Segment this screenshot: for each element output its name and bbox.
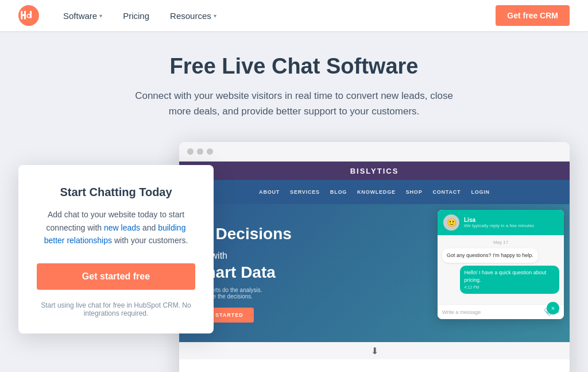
chat-footer[interactable]: Write a message 📎 ➤ [438,304,564,319]
nav-resources[interactable]: Resources ▾ [160,0,227,31]
site-hero: art Decisions start with Smart Data Our … [179,204,570,342]
chat-agent-status: We typically reply in a few minutes [464,223,558,228]
site-brand-bar: BISLYTICS [179,162,570,180]
hero-section: Free Live Chat Software Connect with you… [0,31,588,142]
cta-card-title: Start Chatting Today [37,186,195,199]
site-nav-knowledge: KNOWLEDGE [357,189,396,195]
site-nav-bar: ABOUT SERVICES BLOG KNOWLEDGE SHOP CONTA… [179,180,570,204]
chat-agent-info: Lisa We typically reply in a few minutes [464,217,558,228]
site-nav-blog: BLOG [330,189,347,195]
browser-content: BISLYTICS ABOUT SERVICES BLOG KNOWLEDGE … [179,162,570,372]
browser-dot-3 [207,148,213,155]
chat-time: 4:12 PM [465,285,555,290]
browser-dot-1 [187,148,194,155]
site-nav-shop: SHOP [406,189,423,195]
nav-software[interactable]: Software ▾ [53,0,113,31]
browser-area: Start Chatting Today Add chat to your we… [18,142,570,372]
chat-received-message: Got any questions? I'm happy to help. [442,248,538,263]
chat-messages: Got any questions? I'm happy to help. He… [442,248,559,297]
site-nav-services: SERVICES [290,189,320,195]
chat-body: May 17 Got any questions? I'm happy to h… [438,235,564,304]
nav-links: Software ▾ Pricing Resources ▾ [53,0,496,31]
navbar: Software ▾ Pricing Resources ▾ Get free … [0,0,588,31]
browser-dot-2 [197,148,203,155]
chat-sent-message: Hello! I have a quick question about pri… [460,266,559,294]
download-icon: ⬇ [371,346,378,356]
hero-subtitle: Connect with your website visitors in re… [127,88,461,119]
browser-topbar [179,142,570,162]
cta-card-note: Start using live chat for free in HubSpo… [37,301,195,317]
nav-pricing[interactable]: Pricing [113,0,160,31]
browser-window: BISLYTICS ABOUT SERVICES BLOG KNOWLEDGE … [179,142,570,372]
cta-card: Start Chatting Today Add chat to your we… [18,165,214,333]
chat-avatar: 🙂 [443,214,459,231]
site-bottom-bar: ⬇ [179,342,570,359]
chat-widget: 🙂 Lisa We typically reply in a few minut… [438,210,564,319]
cta-card-description: Add chat to your website today to start … [37,208,195,247]
site-nav-about: ABOUT [259,189,280,195]
site-nav-contact: CONTACT [432,189,461,195]
chat-agent-name: Lisa [464,217,558,223]
chat-date: May 17 [442,240,559,245]
cta-card-link[interactable]: new leads [104,223,140,232]
hubspot-logo-icon [18,5,39,26]
site-nav-login: LOGIN [471,189,490,195]
chat-input[interactable]: Write a message [442,309,540,315]
software-chevron-icon: ▾ [99,13,102,19]
get-free-crm-button[interactable]: Get free CRM [496,5,570,26]
chat-header: 🙂 Lisa We typically reply in a few minut… [438,210,564,235]
hero-title: Free Live Chat Software [11,54,577,79]
get-started-free-button[interactable]: Get started free [37,263,195,290]
site-brand-name: BISLYTICS [350,167,399,175]
resources-chevron-icon: ▾ [214,13,216,19]
